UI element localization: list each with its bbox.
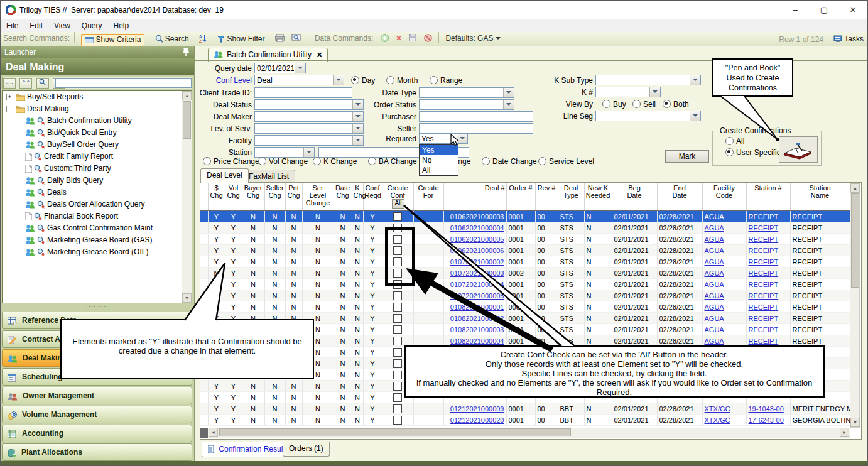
- required-option-all[interactable]: All: [420, 165, 458, 175]
- period-month[interactable]: Month: [386, 76, 418, 85]
- defaults-dropdown[interactable]: Defaults: GAS: [443, 32, 503, 45]
- tree-item-gas-control-confirmation-maint[interactable]: Gas Control Confirmation Maint: [3, 222, 192, 234]
- station-number-link[interactable]: RECEIPT: [749, 315, 779, 322]
- menu-edit[interactable]: Edit: [24, 19, 48, 32]
- col-header-end-date[interactable]: EndDate: [657, 183, 702, 211]
- deal-row[interactable]: YYNNNNNNY01062021000006000100STSN02/01/2…: [200, 245, 850, 256]
- search-button[interactable]: Search: [152, 34, 192, 45]
- tab-confirmation-results[interactable]: Confirmation Results: [202, 442, 295, 457]
- create-conf-all[interactable]: All: [725, 137, 744, 146]
- line-seg-combo[interactable]: [595, 111, 701, 121]
- expand-all-button[interactable]: ⌃⌃: [19, 78, 32, 89]
- create-conf-user-specific[interactable]: User Specific: [725, 148, 781, 157]
- create-conf-checkbox[interactable]: [393, 212, 402, 221]
- facility-code-link[interactable]: AGUA: [705, 258, 724, 266]
- change-k-change[interactable]: K Change: [313, 157, 357, 166]
- tree-item-deals[interactable]: Deals: [3, 187, 192, 198]
- deal-row[interactable]: YYNNNNNNY01212021000009000100BBTN02/01/2…: [200, 403, 850, 415]
- deal-number-link[interactable]: 01072021000003: [450, 269, 504, 277]
- conf-level-combo[interactable]: Deal: [254, 75, 344, 85]
- tab-batch-confirmation-utility[interactable]: Batch Confirmation Utility✕: [208, 48, 328, 62]
- grid-vscrollbar[interactable]: ▲ ▼: [850, 183, 860, 428]
- tree-scrollbar[interactable]: ▲▼: [182, 91, 192, 303]
- tab-close-icon[interactable]: ✕: [317, 51, 322, 58]
- mark-button[interactable]: Mark: [665, 150, 709, 163]
- station-number-link[interactable]: RECEIPT: [749, 258, 779, 266]
- deal-number-link[interactable]: 01072021000005: [450, 292, 504, 300]
- print-preview-icon[interactable]: [289, 32, 303, 46]
- col-header-buyer-chg[interactable]: BuyerChg: [242, 183, 264, 211]
- deal-number-link[interactable]: 01062021000003: [450, 213, 504, 220]
- create-conf-checkbox[interactable]: [393, 325, 402, 334]
- col-header-new-k-needed[interactable]: New KNeeded: [584, 183, 612, 211]
- tree-item-daily-bids-query[interactable]: Daily Bids Query: [3, 175, 192, 187]
- deal-row[interactable]: YYNNNNNNY01062021000003000100STSN02/01/2…: [200, 211, 850, 222]
- create-conf-checkbox[interactable]: [393, 303, 402, 312]
- station-number-link[interactable]: RECEIPT: [749, 269, 779, 277]
- pen-and-book-button[interactable]: [779, 136, 818, 163]
- deal-number-link[interactable]: 01082021000002: [450, 315, 504, 322]
- menu-help[interactable]: Help: [108, 19, 135, 32]
- create-conf-checkbox[interactable]: [393, 416, 402, 425]
- required-option-no[interactable]: No: [420, 155, 458, 165]
- show-filter-button[interactable]: Show Filter: [214, 34, 268, 45]
- col-header-deal-[interactable]: Deal #: [443, 183, 506, 211]
- station-number-link[interactable]: RECEIPT: [749, 281, 779, 288]
- tree-item-marketing-grease-board-gas-[interactable]: Marketing Grease Board (GAS): [3, 234, 192, 246]
- deal-row[interactable]: YYNNNNNNY01062021000004000100STSN02/01/2…: [200, 222, 850, 234]
- deal-number-link[interactable]: 01062021000004: [450, 224, 504, 232]
- check-all-button[interactable]: All: [392, 199, 404, 209]
- col-header-order-[interactable]: Order #: [506, 183, 535, 211]
- station-number-link[interactable]: 17-6243-00: [749, 416, 784, 424]
- col-header-station-name[interactable]: StationName: [790, 183, 850, 211]
- deal-number-link[interactable]: 01062021000006: [450, 247, 504, 254]
- required-combo[interactable]: Yes: [419, 133, 468, 144]
- col-header-deal-type[interactable]: DealType: [558, 183, 584, 211]
- delete-record-icon[interactable]: ✕: [393, 32, 404, 45]
- col-header-vol-chg[interactable]: VolChg: [225, 183, 242, 211]
- deal-number-link[interactable]: 01212021000020: [450, 416, 504, 424]
- change-vol-change[interactable]: Vol Change: [258, 157, 308, 166]
- station-number-link[interactable]: RECEIPT: [749, 303, 779, 311]
- print-icon[interactable]: [273, 32, 287, 46]
- create-conf-checkbox[interactable]: [393, 393, 402, 402]
- facility-code-link[interactable]: AGUA: [705, 337, 724, 345]
- deal-row[interactable]: NYNNNNNNY01072021000003000200STSN02/01/2…: [200, 268, 850, 279]
- tab-deal-level[interactable]: Deal Level: [200, 168, 249, 183]
- facility-code-link[interactable]: AGUA: [705, 213, 724, 220]
- create-conf-checkbox[interactable]: [393, 359, 402, 368]
- facility-code-link[interactable]: AGUA: [705, 326, 724, 333]
- facility-code-link[interactable]: AGUA: [705, 247, 724, 254]
- deal-row[interactable]: YYNNNNNNY01062021000005000100STSN02/01/2…: [200, 234, 850, 245]
- splitter-handle[interactable]: ·········: [1, 305, 194, 310]
- sort-az-icon[interactable]: AZ: [197, 32, 210, 46]
- deal-number-link[interactable]: 01082021000001: [450, 303, 504, 311]
- deal-number-link[interactable]: 01082021000004: [450, 337, 504, 345]
- tab-orders[interactable]: Orders (1): [283, 442, 330, 457]
- change-ba-change[interactable]: BA Change: [368, 157, 417, 166]
- station-number-link[interactable]: RECEIPT: [749, 292, 779, 300]
- change-service-level[interactable]: Service Level: [538, 157, 594, 166]
- tab-faxmail-list[interactable]: FaxMail List: [242, 170, 295, 183]
- chevron-down-icon[interactable]: [649, 87, 660, 97]
- station-number-link[interactable]: RECEIPT: [749, 224, 779, 232]
- create-conf-checkbox[interactable]: [393, 404, 402, 413]
- period-day[interactable]: Day: [351, 76, 375, 85]
- sidebar-section-accounting[interactable]: Accounting: [2, 425, 192, 442]
- view-by-both[interactable]: Both: [663, 100, 689, 109]
- chevron-down-icon[interactable]: [295, 63, 305, 73]
- sidebar-section-volume-management[interactable]: RVolume Management: [2, 406, 192, 423]
- col-header-create-conf[interactable]: CreateConf All: [382, 183, 413, 211]
- col-header-facility-code[interactable]: FacilityCode: [702, 183, 746, 211]
- create-conf-checkbox[interactable]: [393, 337, 402, 345]
- facility-code-link[interactable]: AGUA: [705, 303, 724, 311]
- station-combo[interactable]: [254, 147, 315, 158]
- col-header-beg-date[interactable]: BegDate: [612, 183, 657, 211]
- show-criteria-button[interactable]: Show Criteria: [81, 34, 144, 46]
- seller-input[interactable]: [419, 123, 533, 134]
- deal-row[interactable]: YYNNNNNNY01072021000004000100STSN02/01/2…: [200, 279, 850, 290]
- menu-view[interactable]: View: [48, 19, 76, 32]
- grid-hscrollbar[interactable]: ◄ ►: [200, 428, 850, 438]
- tasks-button[interactable]: Tasks: [833, 35, 864, 45]
- facility-code-link[interactable]: AGUA: [705, 292, 724, 300]
